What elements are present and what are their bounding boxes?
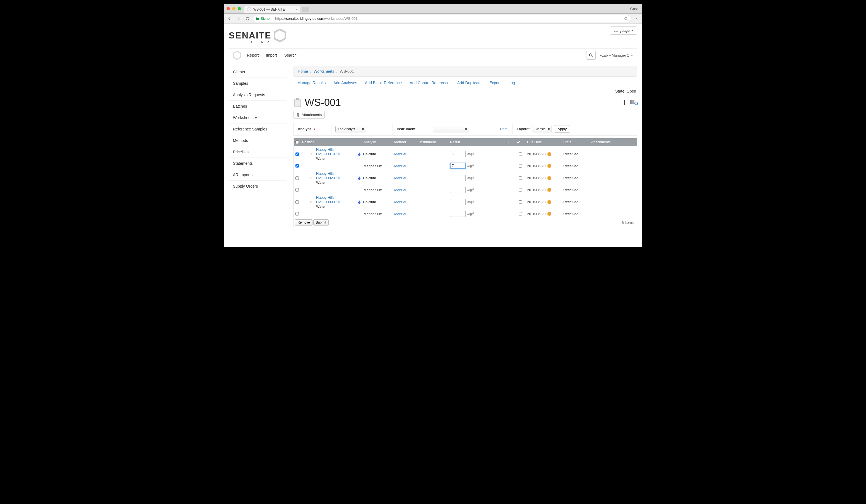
language-selector[interactable]: Language: [610, 26, 637, 35]
col-result[interactable]: Result: [448, 140, 504, 144]
user-menu[interactable]: »Lab » Manager 1: [600, 53, 633, 57]
col-method[interactable]: Method: [392, 140, 418, 144]
col-instrument[interactable]: Instrument: [418, 140, 448, 144]
remove-button[interactable]: Remove: [295, 219, 312, 226]
col-due[interactable]: Due Date: [525, 140, 562, 144]
tab-add-analyses[interactable]: Add Analyses: [333, 81, 357, 85]
sample-client-link[interactable]: Happy Hills: [316, 171, 334, 176]
window-close[interactable]: [226, 7, 230, 10]
result-input[interactable]: [450, 163, 466, 169]
verify-checkbox[interactable]: [519, 188, 522, 192]
tab-add-control-reference[interactable]: Add Control Reference: [410, 81, 449, 85]
nav-logo-icon[interactable]: [233, 51, 241, 60]
sidebar-item-reference-samples[interactable]: Reference Samples: [229, 124, 287, 135]
sample-client-link[interactable]: Happy Hills: [316, 148, 334, 152]
select-all-checkbox[interactable]: [296, 140, 299, 144]
breadcrumb-worksheets[interactable]: Worksheets: [314, 69, 334, 73]
sidebar-item-samples[interactable]: Samples: [229, 78, 287, 89]
sidebar-item-statements[interactable]: Statements: [229, 158, 287, 169]
sidebar-item-pricelists[interactable]: Pricelists: [229, 146, 287, 158]
sample-type: Water: [316, 157, 325, 161]
back-button[interactable]: [226, 15, 233, 22]
row-checkbox[interactable]: [296, 164, 299, 168]
print-link[interactable]: Print: [500, 127, 508, 131]
omnibox-search-icon[interactable]: [624, 17, 628, 21]
nav-search[interactable]: Search: [284, 53, 297, 57]
clock-icon: [547, 212, 551, 216]
sidebar-item-supply-orders[interactable]: Supply Orders: [229, 181, 287, 192]
sidebar-item-worksheets[interactable]: Worksheets: [229, 112, 287, 124]
tab-add-blank-reference[interactable]: Add Blank Reference: [365, 81, 402, 85]
result-input[interactable]: [450, 211, 466, 217]
forward-button[interactable]: [235, 15, 242, 22]
col-attachments[interactable]: Attachments: [589, 140, 620, 144]
barcode-preview-icon[interactable]: [630, 100, 637, 105]
range-cell: [504, 146, 515, 162]
attachments-button[interactable]: Attachments: [293, 111, 325, 119]
sidebar-item-clients[interactable]: Clients: [229, 66, 287, 78]
tab-export[interactable]: Export: [489, 81, 500, 85]
col-analysis[interactable]: Analysis: [362, 140, 392, 144]
breadcrumb-home[interactable]: Home: [298, 69, 308, 73]
verify-checkbox[interactable]: [519, 164, 522, 168]
sidebar-label: AR Imports: [233, 173, 253, 177]
analysis-cell: Magnesium: [362, 210, 392, 218]
result-input[interactable]: [450, 187, 466, 193]
search-button[interactable]: [586, 51, 596, 60]
sample-ref-link[interactable]: H2O-0003-R01: [316, 200, 341, 204]
layout-select[interactable]: Classic: [532, 126, 552, 133]
position-cell: [300, 186, 314, 194]
col-range[interactable]: +-: [504, 140, 515, 144]
sidebar-item-batches[interactable]: Batches: [229, 101, 287, 112]
method-link[interactable]: Manual: [394, 200, 406, 204]
chrome-profile[interactable]: Gast: [630, 7, 640, 11]
nav-import[interactable]: Import: [266, 53, 277, 57]
site-logo[interactable]: SENAITE L I M S: [229, 26, 286, 44]
method-link[interactable]: Manual: [394, 164, 406, 168]
new-tab-button[interactable]: [302, 7, 309, 12]
col-position[interactable]: Position: [300, 140, 362, 144]
window-minimize[interactable]: [232, 7, 235, 10]
submit-button[interactable]: Submit: [313, 219, 329, 226]
sidebar-item-ar-imports[interactable]: AR Imports: [229, 169, 287, 181]
method-link[interactable]: Manual: [394, 176, 406, 180]
favicon-loading-icon: [247, 8, 251, 11]
barcode-icon[interactable]: [618, 100, 625, 105]
row-checkbox[interactable]: [296, 188, 299, 192]
method-link[interactable]: Manual: [394, 188, 406, 192]
row-checkbox[interactable]: [296, 152, 299, 156]
reload-button[interactable]: [244, 15, 251, 22]
verify-checkbox[interactable]: [519, 176, 522, 180]
col-check[interactable]: [515, 141, 525, 144]
sidebar-item-methods[interactable]: Methods: [229, 135, 287, 146]
sample-client-link[interactable]: Happy Hills: [316, 195, 334, 199]
address-bar[interactable]: Sicher | https://senaite.ridingbytes.com…: [253, 15, 631, 22]
browser-tab[interactable]: WS-001 — SENAITE ×: [244, 5, 300, 13]
apply-button[interactable]: Apply: [554, 125, 570, 133]
method-link[interactable]: Manual: [394, 152, 406, 156]
tab-manage-results[interactable]: Manage Results: [297, 81, 325, 85]
row-checkbox[interactable]: [296, 201, 299, 204]
result-input[interactable]: [450, 151, 466, 157]
tab-log[interactable]: Log: [508, 81, 515, 85]
result-input[interactable]: [450, 199, 466, 205]
row-checkbox[interactable]: [296, 176, 299, 180]
tab-close-icon[interactable]: ×: [295, 7, 297, 12]
nav-report[interactable]: Report: [247, 53, 259, 57]
col-state[interactable]: State: [562, 140, 589, 144]
sample-ref-link[interactable]: H2O-0001-R01: [316, 152, 341, 156]
verify-checkbox[interactable]: [519, 201, 522, 204]
tab-add-duplicate[interactable]: Add Duplicate: [457, 81, 481, 85]
chrome-menu-icon[interactable]: ⋮: [633, 16, 640, 21]
row-checkbox[interactable]: [296, 212, 299, 216]
sidebar-item-analysis-requests[interactable]: Analysis Requests: [229, 89, 287, 101]
analyst-select[interactable]: Lab Analyst 1: [335, 126, 366, 133]
method-link[interactable]: Manual: [394, 212, 406, 216]
sidebar-label: Statements: [233, 161, 253, 165]
instrument-select[interactable]: [433, 126, 469, 133]
result-input[interactable]: [450, 175, 466, 181]
sample-ref-link[interactable]: H2O-0002-R01: [316, 176, 341, 180]
verify-checkbox[interactable]: [519, 152, 522, 156]
window-zoom[interactable]: [238, 7, 241, 10]
verify-checkbox[interactable]: [519, 212, 522, 216]
